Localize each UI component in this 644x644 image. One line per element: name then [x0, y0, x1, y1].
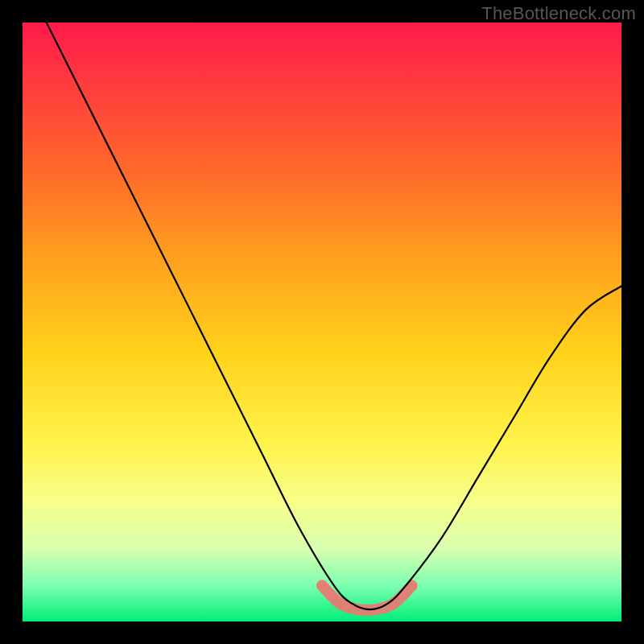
chart-svg	[23, 23, 621, 621]
bottleneck-curve-path	[47, 23, 621, 609]
optimal-highlight-path	[322, 585, 412, 610]
watermark-text: TheBottleneck.com	[481, 3, 636, 24]
chart-frame	[23, 23, 621, 621]
page-root: TheBottleneck.com	[0, 0, 644, 644]
chart-plot-area	[23, 23, 621, 621]
